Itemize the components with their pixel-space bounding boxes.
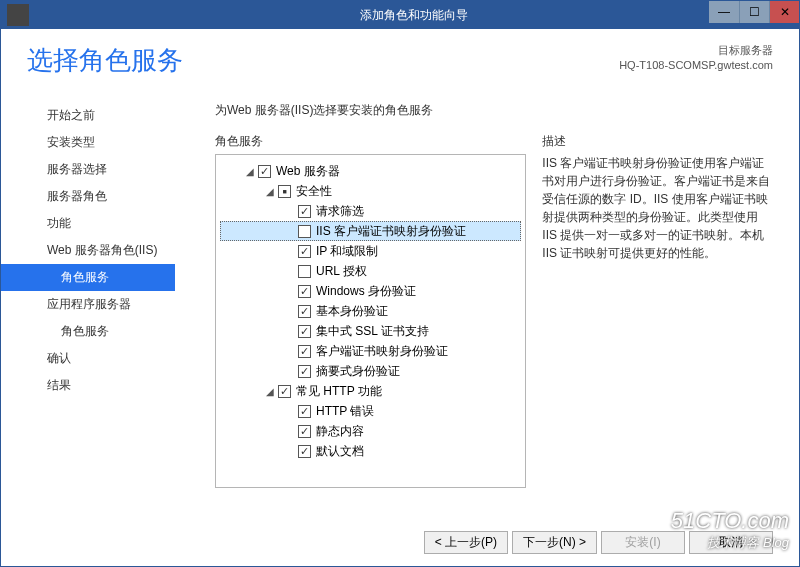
checkbox[interactable] [298,405,311,418]
expander-icon [284,325,296,337]
expander-icon [284,205,296,217]
expander-icon[interactable]: ◢ [264,385,276,397]
expander-icon [284,245,296,257]
minimize-button[interactable]: — [709,1,739,23]
expander-icon[interactable]: ◢ [244,165,256,177]
tree-row[interactable]: ◢安全性 [220,181,521,201]
checkbox[interactable] [258,165,271,178]
tree-item-label: Web 服务器 [276,163,340,180]
sidebar-item[interactable]: 角色服务 [1,264,175,291]
expander-icon[interactable]: ◢ [264,185,276,197]
sidebar-item[interactable]: 服务器选择 [1,156,175,183]
tree-item-label: 摘要式身份验证 [316,363,400,380]
sidebar-item[interactable]: 结果 [1,372,175,399]
tree-row[interactable]: 客户端证书映射身份验证 [220,341,521,361]
checkbox[interactable] [298,445,311,458]
checkbox[interactable] [298,285,311,298]
expander-icon [284,345,296,357]
sidebar-item[interactable]: 应用程序服务器 [1,291,175,318]
checkbox[interactable] [278,385,291,398]
sidebar-item[interactable]: 确认 [1,345,175,372]
content-area: 为Web 服务器(IIS)选择要安装的角色服务 角色服务 ◢Web 服务器◢安全… [175,84,799,518]
close-button[interactable]: ✕ [769,1,799,23]
sidebar-item[interactable]: 安装类型 [1,129,175,156]
tree-row[interactable]: 集中式 SSL 证书支持 [220,321,521,341]
checkbox[interactable] [298,325,311,338]
tree-item-label: 基本身份验证 [316,303,388,320]
tree-row[interactable]: HTTP 错误 [220,401,521,421]
tree-item-label: IIS 客户端证书映射身份验证 [316,223,466,240]
checkbox[interactable] [298,265,311,278]
roles-column: 角色服务 ◢Web 服务器◢安全性请求筛选IIS 客户端证书映射身份验证IP 和… [215,133,526,518]
content-columns: 角色服务 ◢Web 服务器◢安全性请求筛选IIS 客户端证书映射身份验证IP 和… [175,133,773,518]
tree-item-label: 默认文档 [316,443,364,460]
target-info: 目标服务器 HQ-T108-SCOMSP.gwtest.com [619,43,773,78]
maximize-button[interactable]: ☐ [739,1,769,23]
tree-row[interactable]: IP 和域限制 [220,241,521,261]
expander-icon [284,225,296,237]
checkbox[interactable] [298,245,311,258]
sidebar-item[interactable]: Web 服务器角色(IIS) [1,237,175,264]
titlebar: 添加角色和功能向导 — ☐ ✕ [1,1,799,29]
previous-button[interactable]: < 上一步(P) [424,531,508,554]
tree-item-label: Windows 身份验证 [316,283,416,300]
tree-item-label: 集中式 SSL 证书支持 [316,323,429,340]
tree-row[interactable]: ◢Web 服务器 [220,161,521,181]
role-services-tree[interactable]: ◢Web 服务器◢安全性请求筛选IIS 客户端证书映射身份验证IP 和域限制UR… [215,154,526,488]
tree-row[interactable]: 摘要式身份验证 [220,361,521,381]
window-title: 添加角色和功能向导 [29,7,799,24]
tree-row[interactable]: 请求筛选 [220,201,521,221]
tree-item-label: 静态内容 [316,423,364,440]
checkbox[interactable] [298,425,311,438]
expander-icon [284,425,296,437]
description-column: 描述 IIS 客户端证书映射身份验证使用客户端证书对用户进行身份验证。客户端证书… [542,133,773,518]
tree-item-label: 常见 HTTP 功能 [296,383,382,400]
target-label: 目标服务器 [619,43,773,58]
tree-item-label: 请求筛选 [316,203,364,220]
instruction-text: 为Web 服务器(IIS)选择要安装的角色服务 [175,102,773,119]
expander-icon [284,265,296,277]
checkbox[interactable] [298,345,311,358]
tree-item-label: HTTP 错误 [316,403,374,420]
body-area: 开始之前安装类型服务器选择服务器角色功能Web 服务器角色(IIS)角色服务应用… [1,84,799,518]
tree-row[interactable]: URL 授权 [220,261,521,281]
footer: < 上一步(P) 下一步(N) > 安装(I) 取消 [1,518,799,566]
expander-icon [284,365,296,377]
checkbox[interactable] [298,365,311,378]
description-text: IIS 客户端证书映射身份验证使用客户端证书对用户进行身份验证。客户端证书是来自… [542,154,773,262]
checkbox[interactable] [278,185,291,198]
expander-icon [284,285,296,297]
tree-row[interactable]: 基本身份验证 [220,301,521,321]
tree-item-label: 安全性 [296,183,332,200]
app-icon [7,4,29,26]
install-button: 安装(I) [601,531,685,554]
client-area: 选择角色服务 目标服务器 HQ-T108-SCOMSP.gwtest.com 开… [1,29,799,566]
sidebar-item[interactable]: 角色服务 [1,318,175,345]
tree-item-label: 客户端证书映射身份验证 [316,343,448,360]
page-title: 选择角色服务 [27,43,183,78]
checkbox[interactable] [298,205,311,218]
expander-icon [284,445,296,457]
next-button[interactable]: 下一步(N) > [512,531,597,554]
tree-item-label: URL 授权 [316,263,367,280]
sidebar-item[interactable]: 服务器角色 [1,183,175,210]
checkbox[interactable] [298,305,311,318]
tree-row[interactable]: IIS 客户端证书映射身份验证 [220,221,521,241]
checkbox[interactable] [298,225,311,238]
expander-icon [284,305,296,317]
sidebar-item[interactable]: 功能 [1,210,175,237]
cancel-button[interactable]: 取消 [689,531,773,554]
window-controls: — ☐ ✕ [709,1,799,23]
tree-row[interactable]: 静态内容 [220,421,521,441]
tree-row[interactable]: Windows 身份验证 [220,281,521,301]
tree-item-label: IP 和域限制 [316,243,378,260]
tree-row[interactable]: 默认文档 [220,441,521,461]
description-label: 描述 [542,133,773,150]
tree-row[interactable]: ◢常见 HTTP 功能 [220,381,521,401]
sidebar-item[interactable]: 开始之前 [1,102,175,129]
header-area: 选择角色服务 目标服务器 HQ-T108-SCOMSP.gwtest.com [1,29,799,84]
sidebar: 开始之前安装类型服务器选择服务器角色功能Web 服务器角色(IIS)角色服务应用… [1,84,175,518]
roles-label: 角色服务 [215,133,526,150]
wizard-window: 添加角色和功能向导 — ☐ ✕ 选择角色服务 目标服务器 HQ-T108-SCO… [0,0,800,567]
expander-icon [284,405,296,417]
